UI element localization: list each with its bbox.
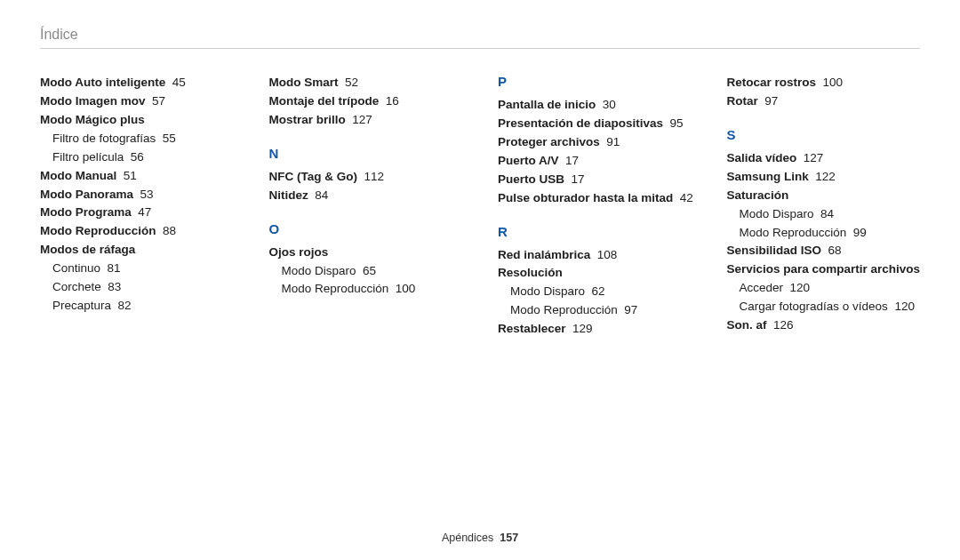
index-entry-label: Modo Mágico plus <box>40 113 145 126</box>
index-entry[interactable]: Proteger archivos 91 <box>498 133 692 152</box>
index-subentry-label: Modo Reproducción <box>510 303 618 316</box>
index-entry-page: 112 <box>364 170 385 183</box>
index-entry-page: 97 <box>764 94 778 108</box>
index-entry-page: 108 <box>597 248 618 261</box>
index-entry[interactable]: NFC (Tag & Go) 112 <box>269 168 463 187</box>
index-entry[interactable]: Montaje del trípode 16 <box>269 92 463 111</box>
index-entry-label: Retocar rostros <box>727 76 817 89</box>
index-entry[interactable]: Samsung Link 122 <box>727 168 921 187</box>
index-subentry-page: 81 <box>108 261 121 275</box>
index-entry-page: 51 <box>124 169 137 182</box>
index-subentry-label: Filtro de fotografías <box>52 132 156 145</box>
index-subentry[interactable]: Modo Disparo 62 <box>498 283 692 301</box>
index-subentry[interactable]: Filtro película 56 <box>40 148 234 167</box>
index-entry-label: Samsung Link <box>727 170 809 183</box>
index-entry-page: 127 <box>804 151 824 164</box>
index-entry-label: Saturación <box>727 188 789 202</box>
index-entry[interactable]: Sensibilidad ISO 68 <box>727 242 921 260</box>
index-entry-page: 47 <box>138 205 151 219</box>
index-entry-page: 100 <box>823 76 844 89</box>
index-subentry-label: Modo Disparo <box>282 264 356 277</box>
index-entry-page: 30 <box>603 98 616 111</box>
index-subentry[interactable]: Modo Reproducción 97 <box>498 301 692 320</box>
index-subentry[interactable]: Modo Reproducción 99 <box>727 224 921 243</box>
index-entry-label: Puerto A/V <box>498 154 559 167</box>
index-entry[interactable]: Mostrar brillo 127 <box>269 111 463 130</box>
index-subentry-page: 84 <box>820 207 834 220</box>
index-subentry[interactable]: Acceder 120 <box>727 279 921 298</box>
index-subentry-label: Continuo <box>52 261 100 275</box>
index-entry-label: Servicios para compartir archivos <box>727 262 921 276</box>
index-entry[interactable]: Presentación de diapositivas 95 <box>498 115 692 133</box>
index-entry[interactable]: Modo Smart 52 <box>269 74 463 92</box>
index-entry[interactable]: Salida vídeo 127 <box>727 149 921 168</box>
index-entry-label: Modo Auto inteligente <box>40 76 165 89</box>
index-entry[interactable]: Modo Mágico plus <box>40 111 234 130</box>
index-entry-page: 126 <box>773 318 794 332</box>
index-column: PPantalla de inicio 30Presentación de di… <box>498 74 692 339</box>
index-entry[interactable]: Ojos rojos <box>269 244 463 262</box>
index-entry[interactable]: Rotar 97 <box>727 92 921 111</box>
index-subentry-label: Filtro película <box>52 150 124 164</box>
index-entry[interactable]: Modo Panorama 53 <box>40 186 234 204</box>
index-entry-page: 52 <box>345 76 358 89</box>
index-entry-page: 122 <box>815 170 836 183</box>
index-entry[interactable]: Modo Programa 47 <box>40 204 234 222</box>
index-entry[interactable]: Modo Reproducción 88 <box>40 222 234 241</box>
index-entry[interactable]: Nitidez 84 <box>269 187 463 205</box>
index-entry[interactable]: Son. af 126 <box>727 316 921 335</box>
index-entry[interactable]: Modos de ráfaga <box>40 241 234 260</box>
index-entry-page: 17 <box>565 154 579 167</box>
index-letter: S <box>727 127 921 142</box>
index-entry[interactable]: Puerto A/V 17 <box>498 152 692 171</box>
index-subentry-label: Cargar fotogradías o vídeos <box>740 300 888 313</box>
index-entry-label: Pantalla de inicio <box>498 98 596 111</box>
index-subentry[interactable]: Filtro de fotografías 55 <box>40 130 234 148</box>
index-entry[interactable]: Pantalla de inicio 30 <box>498 96 692 115</box>
index-entry[interactable]: Resolución <box>498 264 692 283</box>
index-column: Modo Auto inteligente 45Modo Imagen mov … <box>40 74 234 339</box>
page: Índice Modo Auto inteligente 45Modo Imag… <box>0 0 960 560</box>
index-entry-label: Sensibilidad ISO <box>727 244 822 257</box>
index-entry-label: Son. af <box>727 318 767 332</box>
footer-page-number: 157 <box>500 532 518 544</box>
index-subentry-page: 100 <box>396 282 416 295</box>
index-entry-label: Proteger archivos <box>498 135 600 148</box>
index-subentry-page: 99 <box>853 226 867 239</box>
index-entry[interactable]: Puerto USB 17 <box>498 171 692 189</box>
index-entry-label: NFC (Tag & Go) <box>269 170 357 183</box>
index-entry-label: Resolución <box>498 266 563 279</box>
index-entry-label: Modo Manual <box>40 169 116 182</box>
index-subentry-label: Modo Disparo <box>740 207 814 220</box>
index-entry[interactable]: Red inalámbrica 108 <box>498 246 692 265</box>
index-subentry[interactable]: Continuo 81 <box>40 260 234 278</box>
index-letter: P <box>498 74 692 89</box>
index-entry[interactable]: Modo Auto inteligente 45 <box>40 74 234 92</box>
index-entry-page: 16 <box>386 94 399 108</box>
index-entry[interactable]: Pulse obturador hasta la mitad 42 <box>498 189 692 208</box>
index-subentry[interactable]: Precaptura 82 <box>40 297 234 316</box>
index-entry-label: Restablecer <box>498 322 566 335</box>
index-entry[interactable]: Modo Imagen mov 57 <box>40 92 234 111</box>
index-letter: O <box>269 221 463 236</box>
index-subentry[interactable]: Corchete 83 <box>40 278 234 297</box>
index-entry-label: Rotar <box>727 94 758 108</box>
index-subentry[interactable]: Cargar fotogradías o vídeos 120 <box>727 298 921 316</box>
index-subentry-page: 65 <box>363 264 376 277</box>
index-entry[interactable]: Modo Manual 51 <box>40 167 234 186</box>
index-subentry[interactable]: Modo Reproducción 100 <box>269 280 463 299</box>
index-entry-label: Modos de ráfaga <box>40 243 135 256</box>
index-entry-label: Modo Smart <box>269 76 339 89</box>
index-entry[interactable]: Restablecer 129 <box>498 320 692 339</box>
index-entry[interactable]: Saturación <box>727 187 921 205</box>
footer-section: Apéndices <box>442 532 493 544</box>
index-entry[interactable]: Servicios para compartir archivos <box>727 260 921 279</box>
index-subentry-page: 62 <box>592 284 605 298</box>
index-subentry[interactable]: Modo Disparo 65 <box>269 262 463 281</box>
index-subentry-page: 97 <box>624 303 637 316</box>
index-entry[interactable]: Retocar rostros 100 <box>727 74 921 92</box>
index-columns: Modo Auto inteligente 45Modo Imagen mov … <box>40 74 920 339</box>
index-entry-label: Pulse obturador hasta la mitad <box>498 191 673 204</box>
index-subentry-label: Corchete <box>52 280 101 293</box>
index-subentry[interactable]: Modo Disparo 84 <box>727 205 921 224</box>
